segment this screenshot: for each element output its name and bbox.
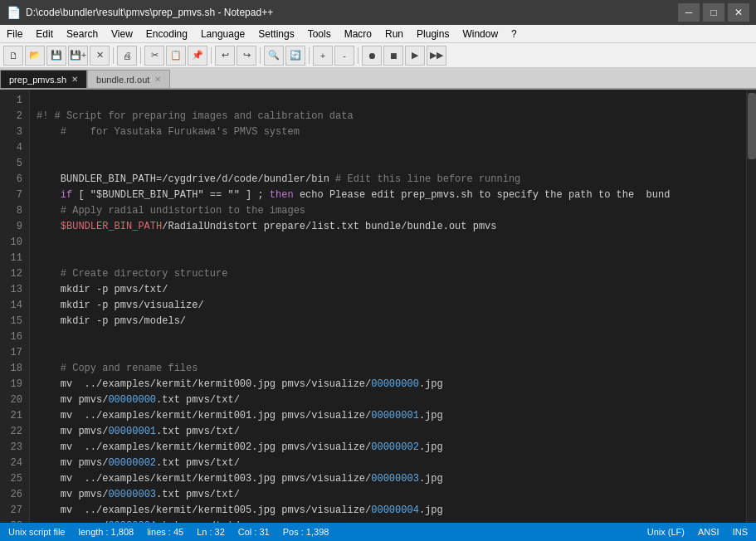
close-button2[interactable]: ✕	[90, 46, 110, 66]
macro-run-button[interactable]: ▶▶	[427, 46, 446, 66]
menu-macro[interactable]: Macro	[338, 25, 378, 42]
menu-edit[interactable]: Edit	[29, 25, 60, 42]
menu-file[interactable]: File	[0, 25, 29, 42]
copy-button[interactable]: 📋	[166, 46, 186, 66]
toolbar: 🗋 📂 💾 💾+ ✕ 🖨 ✂ 📋 📌 ↩ ↪ 🔍 🔄 + - ⏺ ⏹ ▶ ▶▶	[0, 43, 756, 68]
zoom-out-button[interactable]: -	[334, 46, 354, 66]
status-encoding: ANSI	[698, 527, 719, 537]
replace-button[interactable]: 🔄	[285, 46, 305, 66]
sep3	[211, 47, 212, 64]
menu-help[interactable]: ?	[505, 25, 524, 42]
status-length: length : 1,808	[78, 527, 134, 537]
sep5	[309, 47, 310, 64]
cut-button[interactable]: ✂	[144, 46, 164, 66]
close-button[interactable]: ✕	[728, 3, 749, 22]
menu-bar: File Edit Search View Encoding Language …	[0, 25, 756, 43]
tab-bundle-rd-out[interactable]: bundle.rd.out ✕	[87, 70, 170, 88]
menu-run[interactable]: Run	[378, 25, 410, 42]
sep2	[140, 47, 141, 64]
tab-bundle-rd-out-close[interactable]: ✕	[154, 75, 161, 84]
vertical-scrollbar[interactable]	[746, 90, 756, 523]
tab-prep-pmvs[interactable]: prep_pmvs.sh ✕	[0, 70, 87, 88]
editor-area: 1234567891011121314151617181920212223242…	[0, 90, 756, 523]
title-bar-controls[interactable]: ─ □ ✕	[678, 3, 749, 22]
status-pos: Pos : 1,398	[283, 527, 329, 537]
menu-encoding[interactable]: Encoding	[139, 25, 194, 42]
open-button[interactable]: 📂	[25, 46, 45, 66]
macro-stop-button[interactable]: ⏹	[383, 46, 403, 66]
tab-prep-pmvs-label: prep_pmvs.sh	[9, 75, 66, 85]
status-lines: lines : 45	[147, 527, 183, 537]
macro-rec-button[interactable]: ⏺	[362, 46, 382, 66]
minimize-button[interactable]: ─	[678, 3, 700, 22]
print-button[interactable]: 🖨	[117, 46, 137, 66]
window-title: D:\code\bundler\result\pmvs\prep_pmvs.sh…	[26, 7, 273, 18]
status-eol: Unix (LF)	[647, 527, 685, 537]
menu-window[interactable]: Window	[456, 25, 505, 42]
menu-tools[interactable]: Tools	[301, 25, 338, 42]
sep1	[113, 47, 114, 64]
sep6	[358, 47, 358, 64]
title-bar: 📄 D:\code\bundler\result\pmvs\prep_pmvs.…	[0, 0, 756, 25]
menu-language[interactable]: Language	[194, 25, 251, 42]
tab-prep-pmvs-close[interactable]: ✕	[71, 75, 78, 84]
maximize-button[interactable]: □	[703, 3, 724, 22]
status-right: Unix (LF) ANSI INS	[647, 527, 748, 537]
menu-view[interactable]: View	[105, 25, 139, 42]
new-button[interactable]: 🗋	[3, 46, 23, 66]
undo-button[interactable]: ↩	[215, 46, 235, 66]
tabs-bar: prep_pmvs.sh ✕ bundle.rd.out ✕	[0, 68, 756, 90]
menu-plugins[interactable]: Plugins	[410, 25, 456, 42]
status-left: Unix script file length : 1,808 lines : …	[8, 527, 329, 537]
find-button[interactable]: 🔍	[264, 46, 284, 66]
app-icon: 📄	[7, 6, 21, 19]
macro-play-button[interactable]: ▶	[405, 46, 425, 66]
menu-search[interactable]: Search	[60, 25, 105, 42]
scrollbar-thumb[interactable]	[748, 93, 756, 159]
menu-settings[interactable]: Settings	[251, 25, 300, 42]
zoom-in-button[interactable]: +	[313, 46, 333, 66]
code-content[interactable]: #! # Script for preparing images and cal…	[30, 90, 746, 523]
save-all-button[interactable]: 💾+	[68, 46, 88, 66]
line-numbers: 1234567891011121314151617181920212223242…	[0, 90, 30, 523]
status-ins: INS	[733, 527, 748, 537]
status-bar: Unix script file length : 1,808 lines : …	[0, 523, 756, 541]
save-button[interactable]: 💾	[46, 46, 66, 66]
paste-button[interactable]: 📌	[188, 46, 207, 66]
sep4	[260, 47, 261, 64]
title-bar-left: 📄 D:\code\bundler\result\pmvs\prep_pmvs.…	[7, 6, 273, 19]
redo-button[interactable]: ↪	[237, 46, 256, 66]
status-col: Col : 31	[238, 527, 270, 537]
status-ln: Ln : 32	[197, 527, 225, 537]
status-filetype: Unix script file	[8, 527, 65, 537]
tab-bundle-rd-out-label: bundle.rd.out	[96, 75, 149, 85]
